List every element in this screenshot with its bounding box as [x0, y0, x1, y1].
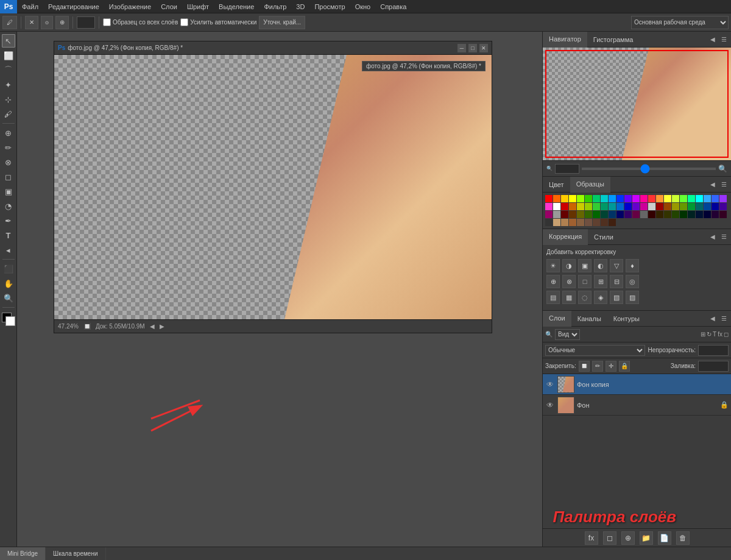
- filter-type-btn[interactable]: ⊞: [701, 331, 705, 338]
- swatch-item[interactable]: [664, 195, 671, 202]
- opacity-input[interactable]: 100%: [698, 345, 729, 356]
- panel-menu-btn[interactable]: ☰: [719, 35, 729, 44]
- type-tool[interactable]: T: [2, 229, 15, 242]
- swatch-item[interactable]: [704, 195, 711, 202]
- gradient-tool[interactable]: ▣: [2, 185, 15, 198]
- layer-item[interactable]: 👁 Фон 🔒: [543, 395, 731, 416]
- tab-channels[interactable]: Каналы: [571, 311, 607, 327]
- swatch-item[interactable]: [704, 211, 711, 218]
- swatch-item[interactable]: [704, 203, 711, 210]
- new-adjustment-btn[interactable]: ⊕: [621, 531, 635, 545]
- menu-view[interactable]: Просмотр: [309, 0, 350, 13]
- lasso-tool[interactable]: ⌒: [2, 63, 15, 77]
- swatch-item[interactable]: [577, 195, 584, 202]
- swatch-item[interactable]: [616, 211, 624, 218]
- tool-option-1[interactable]: ✕: [25, 16, 38, 29]
- swatch-item[interactable]: [696, 195, 703, 202]
- menu-3d[interactable]: 3D: [291, 0, 309, 13]
- swatch-item[interactable]: [624, 211, 632, 218]
- swatch-item[interactable]: [577, 211, 584, 218]
- clone-stamp-tool[interactable]: ⊗: [2, 155, 15, 169]
- swatch-item[interactable]: [712, 195, 719, 202]
- swatch-item[interactable]: [569, 195, 576, 202]
- new-group-btn[interactable]: 📁: [640, 531, 653, 545]
- menu-help[interactable]: Справка: [375, 0, 411, 13]
- swatch-item[interactable]: [648, 195, 655, 202]
- eyedropper-tool[interactable]: 🖋: [2, 107, 15, 121]
- swatch-item[interactable]: [561, 195, 568, 202]
- swatch-item[interactable]: [712, 203, 719, 210]
- swatch-item[interactable]: [545, 211, 553, 218]
- swatch-item[interactable]: [609, 195, 616, 202]
- layers-collapse-btn[interactable]: ◀: [708, 314, 718, 324]
- swatch-item[interactable]: [601, 211, 608, 218]
- bottom-tab-timeline[interactable]: Шкала времени: [46, 547, 105, 561]
- bottom-tab-bridge[interactable]: Mini Bridge: [0, 547, 46, 561]
- swatch-item[interactable]: [632, 203, 640, 210]
- contrast-corr-btn[interactable]: ◑: [562, 259, 576, 272]
- correction-menu-btn[interactable]: ☰: [719, 232, 729, 242]
- swatch-item[interactable]: [585, 195, 592, 202]
- swatch-item[interactable]: [561, 203, 568, 210]
- close-btn[interactable]: ✕: [479, 44, 488, 52]
- swatch-item[interactable]: [719, 211, 727, 218]
- swatch-item[interactable]: [561, 219, 568, 226]
- auto-enhance-checkbox[interactable]: Усилить автоматически: [180, 18, 256, 26]
- blend-mode-select[interactable]: Обычные: [545, 345, 645, 356]
- tab-color[interactable]: Цвет: [543, 177, 570, 193]
- swatch-item[interactable]: [672, 211, 679, 218]
- swatch-item[interactable]: [609, 203, 616, 210]
- selective-color-2-btn[interactable]: ▨: [626, 291, 639, 304]
- selective-color-btn[interactable]: ▧: [610, 291, 623, 304]
- swatch-item[interactable]: [680, 195, 687, 202]
- background-color[interactable]: [5, 316, 15, 326]
- swatch-item[interactable]: [640, 203, 648, 210]
- swatch-item[interactable]: [712, 211, 719, 218]
- swatch-item[interactable]: [616, 203, 624, 210]
- swatch-item[interactable]: [545, 203, 553, 210]
- swatch-item[interactable]: [601, 195, 608, 202]
- swatch-item[interactable]: [688, 195, 695, 202]
- layer-eye-btn[interactable]: 👁: [545, 400, 555, 410]
- hand-tool[interactable]: ✋: [2, 277, 15, 290]
- refine-edge-btn[interactable]: Уточн. край...: [259, 16, 305, 29]
- menu-file[interactable]: Файл: [17, 0, 43, 13]
- swatch-item[interactable]: [577, 219, 584, 226]
- path-selection-tool[interactable]: ◂: [2, 243, 15, 257]
- vibrance-corr-btn[interactable]: ♦: [626, 259, 639, 272]
- menu-edit[interactable]: Редактирование: [43, 0, 104, 13]
- posterize-corr-btn[interactable]: ▦: [562, 291, 576, 304]
- correction-collapse-btn[interactable]: ◀: [708, 232, 718, 242]
- swatch-item[interactable]: [593, 195, 600, 202]
- swatch-item[interactable]: [545, 195, 553, 202]
- swatch-item[interactable]: [553, 211, 560, 218]
- tab-styles[interactable]: Стили: [588, 229, 620, 245]
- swatch-item[interactable]: [569, 203, 576, 210]
- swatch-item[interactable]: [569, 211, 576, 218]
- swatch-item[interactable]: [656, 203, 663, 210]
- filter-text-btn[interactable]: T: [713, 331, 716, 338]
- delete-layer-btn[interactable]: 🗑: [676, 531, 690, 545]
- tab-correction[interactable]: Коррекция: [543, 229, 588, 245]
- swatch-item[interactable]: [593, 203, 600, 210]
- gradient-map-btn[interactable]: ◈: [594, 291, 607, 304]
- swatch-item[interactable]: [640, 211, 648, 218]
- shape-tool[interactable]: ⬛: [2, 262, 15, 275]
- swatch-item[interactable]: [553, 203, 560, 210]
- swatch-item[interactable]: [719, 195, 727, 202]
- filter-refresh-btn[interactable]: ↻: [707, 331, 712, 338]
- swatch-item[interactable]: [656, 211, 663, 218]
- color-panel-menu-btn[interactable]: ☰: [719, 180, 729, 190]
- tab-navigator[interactable]: Навигатор: [543, 32, 587, 48]
- bw-corr-btn[interactable]: □: [578, 275, 592, 288]
- layers-menu-btn[interactable]: ☰: [719, 314, 729, 324]
- swatch-item[interactable]: [609, 211, 616, 218]
- swatch-item[interactable]: [553, 195, 560, 202]
- zoom-in-icon[interactable]: 🔍: [718, 165, 727, 173]
- healing-brush-tool[interactable]: ⊕: [2, 126, 15, 140]
- swatch-item[interactable]: [632, 211, 640, 218]
- swatch-item[interactable]: [672, 195, 679, 202]
- menu-filter[interactable]: Фильтр: [259, 0, 291, 13]
- lock-all-btn[interactable]: 🔒: [619, 361, 630, 372]
- restore-btn[interactable]: □: [468, 44, 477, 52]
